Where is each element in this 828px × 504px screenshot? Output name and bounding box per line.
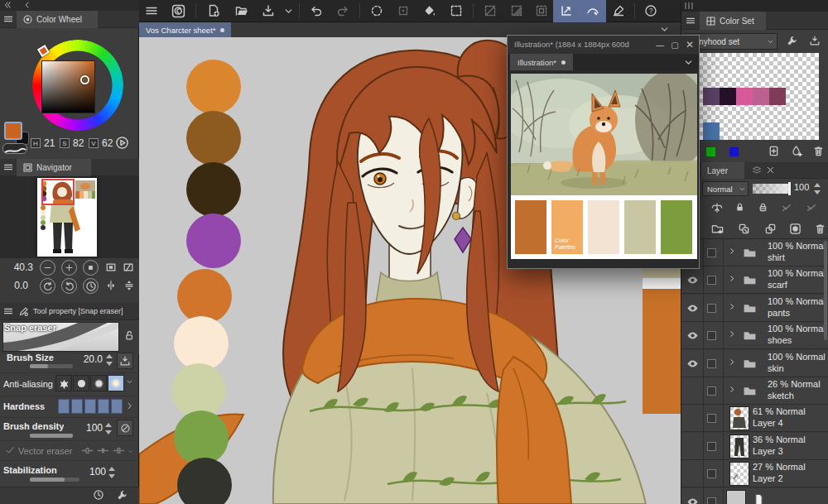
layer-opacity-slider[interactable] xyxy=(753,184,791,194)
tab-layer[interactable]: Layer xyxy=(701,162,744,179)
expand-chevron-icon[interactable] xyxy=(728,274,737,283)
layer-name[interactable]: scarf xyxy=(768,280,827,290)
anti-aliasing-weak-button[interactable] xyxy=(73,375,89,391)
import-color-set-icon[interactable] xyxy=(809,35,821,46)
delete-color-icon[interactable] xyxy=(812,145,825,157)
add-color-icon[interactable] xyxy=(791,145,803,157)
toolbar-app-logo-icon[interactable] xyxy=(164,0,192,22)
color-set-swatch-0[interactable] xyxy=(703,88,720,105)
rotate-value[interactable]: 0.0 xyxy=(2,280,28,291)
toolbar-selection-marquee-icon[interactable] xyxy=(443,0,469,22)
color-set-swatch-1[interactable] xyxy=(720,88,736,105)
toolbar-snap-to-ruler-icon[interactable] xyxy=(553,0,580,22)
brush-size-source-button[interactable] xyxy=(117,353,133,369)
expand-chevron-icon[interactable] xyxy=(728,329,737,338)
anti-aliasing-none-button[interactable] xyxy=(55,375,72,391)
layer-checkbox[interactable] xyxy=(707,442,716,451)
back-icon[interactable] xyxy=(23,1,31,9)
edit-color-set-icon[interactable] xyxy=(786,35,798,47)
zoom-value[interactable]: 40.3 xyxy=(7,262,33,273)
merge-down-icon[interactable] xyxy=(764,223,777,235)
toolbar-help-icon[interactable]: ? xyxy=(638,0,663,22)
layer-row-shoes[interactable]: 100 % Normalshoes xyxy=(681,322,828,349)
rotate-reset-button[interactable] xyxy=(83,278,99,294)
tab-navigator[interactable]: Navigator xyxy=(17,159,91,176)
toolbar-snap-to-grid-icon[interactable] xyxy=(606,0,631,22)
lock-transparent-icon[interactable] xyxy=(758,202,768,213)
expand-chevron-icon[interactable] xyxy=(728,247,737,256)
layer-visibility-toggle[interactable] xyxy=(683,295,701,322)
stabilization-stepper[interactable] xyxy=(108,467,116,478)
layer-visibility-toggle[interactable] xyxy=(683,433,701,460)
layer-name[interactable]: shoes xyxy=(768,335,827,345)
delete-layer-icon[interactable] xyxy=(814,223,826,235)
unlock-icon[interactable] xyxy=(123,329,134,341)
register-color-icon[interactable] xyxy=(768,145,780,157)
layer-row-paper[interactable] xyxy=(681,488,828,504)
hardness-expand-icon[interactable] xyxy=(125,401,134,410)
layer-name[interactable]: Layer 4 xyxy=(753,418,827,428)
rotate-right-button[interactable] xyxy=(61,278,77,294)
vector-erase-intersection-icon[interactable] xyxy=(97,444,109,457)
toolbar-undo-icon[interactable] xyxy=(303,0,330,22)
tab-list-chevron-icon[interactable] xyxy=(659,24,670,35)
layer-opacity-value[interactable]: 100 xyxy=(794,182,809,192)
stabilization-value[interactable]: 100 xyxy=(81,466,106,478)
layer-visibility-toggle[interactable] xyxy=(683,488,701,504)
layer-visibility-toggle[interactable] xyxy=(683,266,701,294)
tab-color-set[interactable]: Color Set xyxy=(700,12,766,30)
layer-checkbox[interactable] xyxy=(707,497,716,504)
layer-checkbox[interactable] xyxy=(707,469,716,478)
panel-menu-icon[interactable] xyxy=(3,306,13,316)
layer-checkbox[interactable] xyxy=(707,304,716,313)
rotate-left-button[interactable] xyxy=(40,278,55,294)
panel-menu-icon[interactable] xyxy=(686,16,696,26)
zoom-out-button[interactable] xyxy=(40,260,55,276)
layer-row-shirt[interactable]: 100 % Normalshirt xyxy=(681,239,828,266)
hardness-block-3[interactable] xyxy=(84,399,96,414)
layer-row-skin[interactable]: 100 % Normalskin xyxy=(681,350,828,377)
hardness-block-5[interactable] xyxy=(111,399,123,414)
document-tab[interactable]: Vos Charcter sheet* xyxy=(139,22,231,37)
color-set-swatch-4[interactable] xyxy=(769,88,786,105)
reset-tool-icon[interactable] xyxy=(93,489,104,501)
layer-search-tab-icon[interactable] xyxy=(751,165,763,176)
hardness-block-2[interactable] xyxy=(71,399,83,414)
dock-grip[interactable] xyxy=(685,2,693,9)
opacity-stepper[interactable] xyxy=(814,183,821,194)
hardness-block-4[interactable] xyxy=(98,399,109,414)
flip-horizontal-icon[interactable] xyxy=(105,280,117,291)
vector-eraser-checkbox[interactable] xyxy=(5,445,15,455)
illustration-float-window[interactable]: Illustration* (1884 x 1884px 600d — ▢ ✕ … xyxy=(507,35,700,269)
toolbar-main-menu-icon[interactable] xyxy=(139,0,164,22)
layer-visibility-toggle[interactable] xyxy=(683,350,701,377)
toolbar-open-file-icon[interactable] xyxy=(228,0,256,22)
zoom-in-button[interactable] xyxy=(61,260,77,276)
toolbar-save-icon[interactable] xyxy=(256,0,281,22)
lock-layer-icon[interactable] xyxy=(734,202,745,213)
layer-mask-icon[interactable] xyxy=(789,223,802,235)
layer-thumbnail[interactable] xyxy=(729,406,749,430)
color-swatch-grid[interactable] xyxy=(686,53,819,140)
layer-thumbnail[interactable] xyxy=(729,462,749,486)
layer-thumbnail[interactable] xyxy=(729,434,749,458)
anti-aliasing-strong-button[interactable] xyxy=(108,375,124,391)
layer-checkbox[interactable] xyxy=(707,331,716,340)
layer-row-Layer 3[interactable]: 36 % NormalLayer 3 xyxy=(681,433,828,460)
panel-menu-icon[interactable] xyxy=(3,162,13,172)
density-effect-button[interactable] xyxy=(117,420,133,436)
float-tab-chevron-icon[interactable] xyxy=(683,57,694,68)
layer-name[interactable]: sketch xyxy=(768,391,827,401)
actual-size-icon[interactable] xyxy=(123,262,134,273)
layer-visibility-toggle[interactable] xyxy=(683,377,701,405)
layer-name[interactable]: pants xyxy=(768,308,827,318)
color-set-swatch-2[interactable] xyxy=(736,88,753,105)
toolbar-save-options-chevron-icon[interactable] xyxy=(281,0,296,22)
hue-value[interactable]: 21 xyxy=(44,137,55,149)
layer-name[interactable]: skin xyxy=(768,363,827,373)
saturation-value[interactable]: 82 xyxy=(73,137,84,149)
brush-density-slider[interactable] xyxy=(30,434,73,438)
expand-chevron-icon[interactable] xyxy=(728,358,737,367)
value-value[interactable]: 62 xyxy=(102,137,113,149)
navigator-thumbnail[interactable] xyxy=(37,178,97,257)
